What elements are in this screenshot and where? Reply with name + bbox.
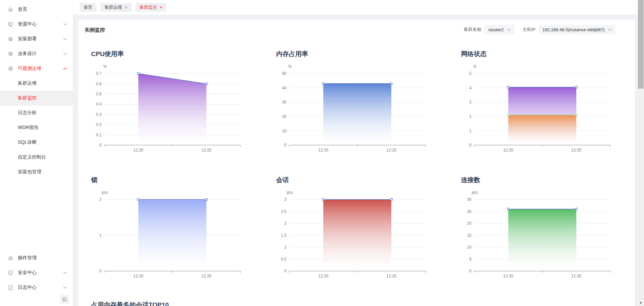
svg-text:12:20: 12:20 [133, 148, 143, 152]
chevron-down-icon [507, 29, 511, 31]
svg-text:5: 5 [469, 257, 471, 262]
memory-usage-chart-canvas[interactable]: %0102030405012:2012:25 [271, 62, 436, 157]
gear-icon [7, 51, 13, 57]
host-ip-select-value: 192.168.48.5(instance-xik6j867) [542, 27, 605, 32]
chart-title: 连接数 [461, 176, 624, 184]
sidebar-item-log-center[interactable]: 日志中心 [0, 280, 73, 295]
sidebar-item-label: 业务设计 [18, 51, 63, 57]
chart-card-network: 网络状态 G01234512:2012:25 [456, 50, 624, 157]
svg-text:2: 2 [284, 221, 287, 226]
svg-text:0.4: 0.4 [96, 102, 102, 106]
svg-text:pcs: pcs [102, 190, 108, 195]
scrollbar-thumb[interactable] [638, 0, 644, 89]
sidebar-item-label: 资源中心 [18, 21, 63, 27]
chart-card-connections: 连接数 pcs05101520253012:2012:25 [456, 176, 624, 282]
scrollbar-down-arrow[interactable]: ▼ [638, 300, 644, 306]
svg-text:2: 2 [99, 197, 102, 202]
svg-text:0.1: 0.1 [96, 133, 102, 137]
chevron-down-icon [63, 287, 67, 289]
svg-text:20: 20 [467, 221, 472, 226]
chevron-down-icon [63, 38, 67, 40]
svg-text:0.5: 0.5 [96, 92, 102, 96]
chart-title: CPU使用率 [91, 50, 254, 58]
sidebar-item-install-deploy[interactable]: 安装部署 [0, 32, 73, 46]
svg-text:%: % [288, 64, 292, 69]
sidebar-subitem-cluster-ops[interactable]: 集群运维 [0, 76, 73, 91]
svg-text:1: 1 [469, 129, 471, 133]
svg-text:12:20: 12:20 [503, 148, 513, 152]
sidebar-subitem-label: WDR报告 [18, 125, 38, 131]
chart-card-locks: 锁 pcs01212:2012:25 [86, 176, 254, 282]
svg-text:12:25: 12:25 [571, 274, 581, 278]
chart-card-memory: 内存占用率 %0102030405012:2012:25 [271, 50, 439, 157]
svg-text:12:25: 12:25 [386, 274, 396, 278]
sidebar: 首页 资源中心 安装部署 业务设计 可观测运维 集群运维 集群监控 [0, 0, 73, 306]
sidebar-item-security-center[interactable]: 安全中心 [0, 265, 73, 280]
sidebar-subitem-label: 集群运维 [18, 80, 37, 86]
close-icon[interactable]: × [160, 5, 162, 10]
plugin-icon [7, 255, 13, 261]
chevron-down-icon [608, 29, 612, 31]
sidebar-collapse-button[interactable] [60, 295, 69, 304]
svg-text:1: 1 [284, 245, 287, 250]
tab-label: 集群监控 [140, 4, 157, 10]
locks-chart-canvas[interactable]: pcs01212:2012:25 [86, 188, 251, 282]
svg-text:10: 10 [282, 129, 287, 133]
tab-cluster-ops[interactable]: 集群运维 × [101, 3, 131, 12]
svg-text:0: 0 [99, 143, 102, 147]
svg-text:0: 0 [284, 269, 287, 273]
host-ip-select[interactable]: 192.168.48.5(instance-xik6j867) [539, 25, 615, 34]
sidebar-bottom-group: 插件管理 安全中心 日志中心 [0, 251, 73, 295]
home-icon [7, 6, 13, 12]
svg-text:%: % [103, 64, 107, 69]
tab-cluster-monitoring[interactable]: 集群监控 × [136, 3, 166, 12]
svg-text:12:20: 12:20 [503, 274, 513, 278]
svg-text:0.3: 0.3 [96, 112, 102, 117]
sidebar-subitem-custom-console[interactable]: 自定义控制台 [0, 150, 73, 165]
chart-card-cpu: CPU使用率 %00.10.20.30.40.50.60.712:2012:25 [86, 50, 254, 157]
svg-text:pcs: pcs [472, 190, 478, 195]
sidebar-subitem-label: 日志分析 [18, 110, 37, 116]
close-icon[interactable]: × [125, 5, 127, 10]
menu-fold-icon [62, 297, 67, 302]
svg-text:0.6: 0.6 [96, 82, 102, 86]
sidebar-subitem-package-management[interactable]: 安装包管理 [0, 165, 73, 179]
sidebar-subitem-log-analysis[interactable]: 日志分析 [0, 105, 73, 120]
host-ip-select-group: 主机IP 192.168.48.5(instance-xik6j867) [523, 25, 615, 34]
sidebar-subitem-cluster-monitoring[interactable]: 集群监控 [0, 91, 73, 105]
resource-icon [7, 21, 13, 27]
main-content: 实例监控 集群名称 cluster2 主机IP 192.168.48.5(ins… [73, 15, 644, 306]
sidebar-subitem-label: 集群监控 [18, 95, 37, 101]
tab-home[interactable]: 首页 [80, 3, 97, 12]
svg-text:3: 3 [284, 197, 287, 202]
sessions-chart-canvas[interactable]: pcs00.511.522.5312:2012:25 [271, 188, 436, 282]
svg-text:4: 4 [469, 86, 471, 90]
sidebar-item-observability-ops[interactable]: 可观测运维 [0, 61, 73, 76]
svg-text:12:20: 12:20 [318, 148, 328, 152]
sidebar-subitem-wdr-report[interactable]: WDR报告 [0, 120, 73, 135]
sidebar-subitem-label: 自定义控制台 [18, 154, 46, 160]
sidebar-subitem-label: SQL诊断 [18, 139, 37, 145]
cpu-usage-chart-canvas[interactable]: %00.10.20.30.40.50.60.712:2012:25 [86, 62, 251, 157]
svg-text:0.7: 0.7 [96, 71, 102, 76]
network-status-chart-canvas[interactable]: G01234512:2012:25 [456, 62, 621, 157]
svg-text:0.5: 0.5 [281, 257, 287, 262]
sidebar-item-resource-center[interactable]: 资源中心 [0, 17, 73, 32]
svg-text:12:25: 12:25 [386, 148, 396, 152]
sidebar-item-home[interactable]: 首页 [0, 2, 73, 17]
svg-text:pcs: pcs [287, 190, 293, 195]
sidebar-item-label: 日志中心 [18, 285, 63, 291]
cluster-select-group: 集群名称 cluster2 [464, 25, 515, 34]
cluster-select[interactable]: cluster2 [485, 25, 515, 34]
sidebar-subitem-sql-diagnosis[interactable]: SQL诊断 [0, 135, 73, 150]
cluster-select-value: cluster2 [488, 27, 504, 32]
vertical-scrollbar: ▼ [638, 0, 644, 306]
sidebar-item-plugin-management[interactable]: 插件管理 [0, 251, 73, 265]
sidebar-item-business-design[interactable]: 业务设计 [0, 46, 73, 61]
svg-text:3: 3 [469, 100, 471, 104]
chart-card-sessions: 会话 pcs00.511.522.5312:2012:25 [271, 176, 439, 282]
svg-text:20: 20 [282, 114, 287, 119]
svg-text:30: 30 [467, 197, 472, 202]
connections-chart-canvas[interactable]: pcs05101520253012:2012:25 [456, 188, 621, 282]
sidebar-item-label: 插件管理 [18, 255, 67, 261]
